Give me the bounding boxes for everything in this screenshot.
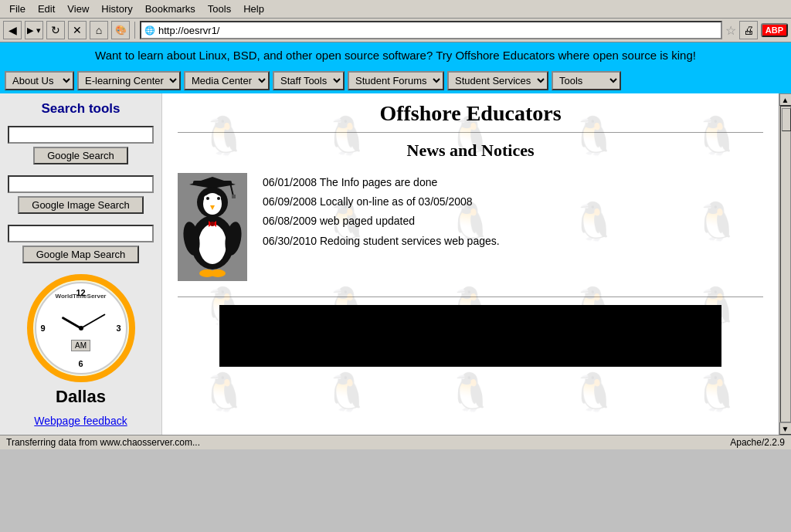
menu-history[interactable]: History [95,2,138,16]
clock-inner: WorldTimeServer 12 3 6 9 AM [35,282,127,374]
menu-file[interactable]: File [3,2,32,16]
clock-face: WorldTimeServer 12 3 6 9 AM [27,274,135,382]
status-text: Transferring data from www.chaosserver.c… [6,437,200,448]
bottom-divider [178,296,763,297]
news-item-3: 06/08/2009 web paged updated [263,212,763,231]
home-button[interactable]: ⌂ [90,21,108,39]
navbar: About Us E-learning Center Media Center … [0,68,791,93]
color-button[interactable]: 🎨 [111,21,130,39]
toolbar: ◀ ▶ ▾ ↻ ✕ ⌂ 🎨 🌐 ☆ 🖨 ABP [0,19,791,42]
clock-12: 12 [76,288,85,297]
svg-rect-3 [232,195,236,198]
scroll-thumb[interactable] [782,108,791,131]
print-button[interactable]: 🖨 [739,21,758,39]
nav-staff-tools[interactable]: Staff Tools [273,71,345,90]
svg-marker-1 [189,177,236,188]
am-badge: AM [71,340,90,351]
sidebar: Search tools Google Search Google Image … [0,93,162,435]
nav-about-us[interactable]: About Us [5,71,74,90]
clock-3: 3 [116,324,121,333]
scroll-track[interactable] [780,106,791,422]
google-search-button[interactable]: Google Search [33,147,128,164]
sidebar-title: Search tools [8,101,154,117]
back-button[interactable]: ◀ [3,21,22,39]
top-divider [178,132,763,133]
forward-button[interactable]: ▶ ▾ [25,21,43,39]
news-item-2: 06/09/2008 Locally on-line as of 03/05/2… [263,192,763,212]
svg-point-12 [199,224,226,264]
news-items: 06/01/2008 The Info pages are done 06/09… [263,173,763,251]
menu-bookmarks[interactable]: Bookmarks [139,2,202,16]
page-title: Offshore Educators [178,101,763,126]
google-search-input[interactable] [8,126,154,144]
address-bar: 🌐 [140,21,722,39]
content-area: 🐧 🐧 🐧 🐧 🐧 🐧 🐧 🐧 🐧 🐧 🐧 🐧 🐧 🐧 🐧 🐧 🐧 🐧 🐧 🐧 … [162,93,779,435]
clock-9: 9 [41,324,46,333]
clock-center-dot [79,326,83,330]
menubar: File Edit View History Bookmarks Tools H… [0,0,791,19]
nav-media[interactable]: Media Center [184,71,270,90]
clock-6: 6 [78,359,83,368]
banner: Want to learn about Linux, BSD, and othe… [0,42,791,68]
statusbar: Transferring data from www.chaosserver.c… [0,435,791,449]
news-section: 06/01/2008 The Info pages are done 06/09… [178,173,763,281]
menu-view[interactable]: View [61,2,95,16]
page-icon: 🌐 [144,25,155,36]
svg-point-16 [210,269,226,277]
mascot-svg [178,173,247,281]
stop-button[interactable]: ✕ [68,21,87,39]
nav-student-services[interactable]: Student Services [447,71,548,90]
news-item-1: 06/01/2008 The Info pages are done [263,173,763,192]
black-box [219,305,721,367]
nav-tools[interactable]: Tools [552,71,621,90]
scroll-up-button[interactable]: ▲ [779,93,792,106]
google-map-search-button[interactable]: Google Map Search [22,246,140,263]
svg-point-19 [210,222,215,226]
menu-help[interactable]: Help [237,2,270,16]
reload-button[interactable]: ↻ [46,21,65,39]
scrollbar: ▲ ▼ [779,93,791,435]
nav-elearning[interactable]: E-learning Center [77,71,181,90]
scroll-down-button[interactable]: ▼ [779,422,792,435]
google-map-search-input[interactable] [8,225,154,242]
svg-point-8 [206,197,209,200]
banner-text: Want to learn about Linux, BSD, and othe… [95,49,696,62]
mascot-image [178,173,247,281]
address-input[interactable] [158,25,718,36]
feedback-link[interactable]: Webpage feedback [8,415,154,427]
server-info: Apache/2.2.9 [730,437,785,448]
menu-edit[interactable]: Edit [32,2,61,16]
news-title: News and Notices [178,141,763,161]
city-name: Dallas [56,387,106,407]
abp-button[interactable]: ABP [761,23,788,37]
nav-student-forums[interactable]: Student Forums [348,71,444,90]
main-area: Search tools Google Search Google Image … [0,93,791,435]
svg-point-9 [217,197,220,200]
menu-tools[interactable]: Tools [202,2,237,16]
google-image-search-button[interactable]: Google Image Search [18,196,143,214]
clock-widget: WorldTimeServer 12 3 6 9 AM Dallas [8,274,154,407]
bookmark-star-icon[interactable]: ☆ [725,23,736,38]
news-item-4: 06/30/2010 Redoing student services web … [263,232,763,251]
minute-hand [80,313,105,329]
google-image-search-input[interactable] [8,175,154,193]
